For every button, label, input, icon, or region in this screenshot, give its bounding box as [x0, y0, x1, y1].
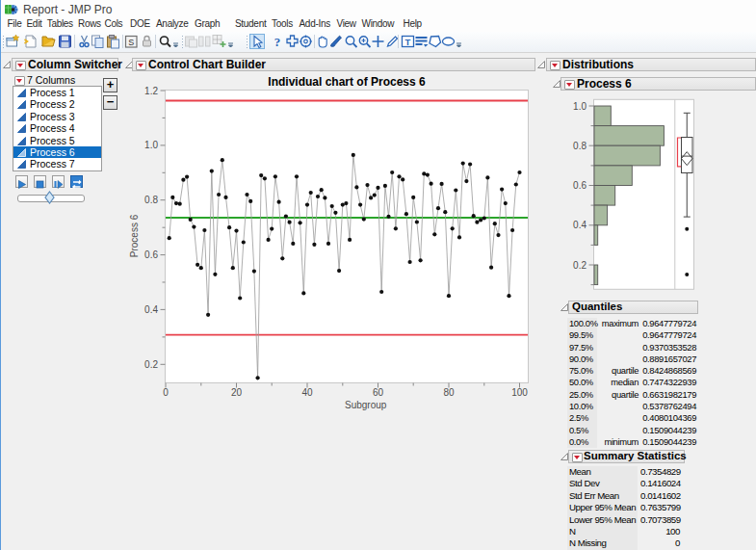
svg-text:1.0: 1.0 — [573, 101, 587, 112]
svg-text:0.6: 0.6 — [573, 180, 587, 191]
svg-text:0.2: 0.2 — [573, 260, 587, 271]
svg-text:0.8: 0.8 — [573, 141, 587, 151]
svg-text:0.4: 0.4 — [573, 220, 587, 230]
